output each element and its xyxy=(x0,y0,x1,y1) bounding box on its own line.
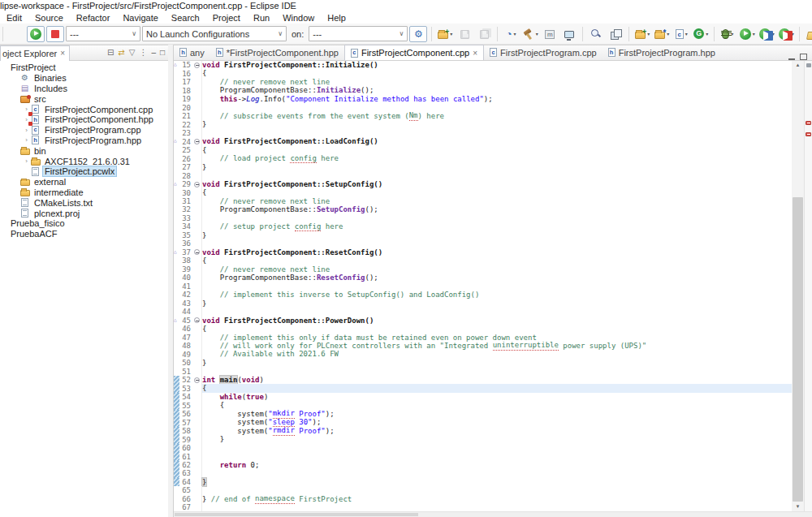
code-line-21[interactable]: 21 // subscribe events from the event sy… xyxy=(174,112,792,120)
collapse-all-icon[interactable]: ⊟ xyxy=(107,49,114,57)
code-line-34[interactable]: 34 // setup project config here xyxy=(174,222,792,230)
code-line-41[interactable]: 41 xyxy=(174,282,792,291)
run-button[interactable] xyxy=(27,26,45,42)
code-line-63[interactable]: 63 xyxy=(174,469,792,477)
tree-item-bin[interactable]: bin xyxy=(0,145,168,156)
code-line-61[interactable]: 61 xyxy=(174,452,792,460)
code-line-57[interactable]: 57 system("sleep 30"); xyxy=(174,418,792,426)
horizontal-scrollbar[interactable] xyxy=(174,511,812,517)
link-with-editor-icon[interactable]: ⇄ xyxy=(118,49,124,57)
code-line-59[interactable]: 59 } xyxy=(174,435,792,443)
overview-header-icon[interactable] xyxy=(806,63,811,67)
code-line-29[interactable]: △29void FirstProjectComponent::SetupConf… xyxy=(174,180,792,188)
vertical-scrollbar[interactable]: ▲ ▼ xyxy=(792,61,804,511)
tree-item-axcf1152-21-6-0-31[interactable]: ›AXCF1152_21.6.0.31 xyxy=(0,156,168,166)
code-line-54[interactable]: 54 while(true) xyxy=(174,393,792,401)
code-line-15[interactable]: △15void FirstProjectComponent::Initializ… xyxy=(174,61,792,69)
tree-item-pruebaacf[interactable]: PruebaACF xyxy=(0,229,168,239)
profile-button[interactable]: ▾ xyxy=(758,26,775,42)
error-marker-icon[interactable] xyxy=(806,132,811,136)
close-icon[interactable]: × xyxy=(60,49,65,58)
code-line-67[interactable]: 67 xyxy=(174,503,792,511)
editor-tab-firstprojectprogram-hpp[interactable]: hFirstProjectProgram.hpp xyxy=(603,45,721,60)
minimize-icon[interactable]: ‒ xyxy=(151,49,156,57)
search-button[interactable] xyxy=(587,26,605,42)
error-marker-icon[interactable] xyxy=(806,121,811,125)
code-line-65[interactable]: 65 xyxy=(174,486,792,494)
code-line-46[interactable]: 46{ xyxy=(174,325,792,333)
code-line-25[interactable]: 25{ xyxy=(174,146,792,154)
menu-item-run[interactable]: Run xyxy=(247,12,276,24)
fold-control[interactable] xyxy=(192,317,202,325)
code-line-40[interactable]: 40 ProgramComponentBase::ResetConfig(); xyxy=(174,274,792,282)
code-line-49[interactable]: 49 // Available with 2021.6 FW xyxy=(174,350,792,358)
code-line-43[interactable]: 43} xyxy=(174,299,792,308)
code-line-30[interactable]: 30{ xyxy=(174,188,792,196)
editor-tab-firstprojectprogram-cpp[interactable]: cFirstProjectProgram.cpp xyxy=(484,45,603,60)
build-all-button[interactable]: ◔▾ xyxy=(502,26,520,42)
view-menu-icon[interactable]: ⋮ xyxy=(139,49,147,57)
code-line-48[interactable]: 48 // will work only for PLCnext control… xyxy=(174,342,792,350)
code-line-62[interactable]: 62 return 0; xyxy=(174,461,792,469)
code-line-19[interactable]: 19 this->Log.Info("Component Initialize … xyxy=(174,95,792,103)
code-line-16[interactable]: 16{ xyxy=(174,69,792,77)
stop-button[interactable] xyxy=(46,26,64,42)
filter-icon[interactable]: ▽ xyxy=(129,49,136,57)
open-perspective-button[interactable] xyxy=(607,26,624,42)
code-line-37[interactable]: △37void FirstProjectComponent::ResetConf… xyxy=(174,248,792,256)
code-line-28[interactable]: 28 xyxy=(174,171,792,179)
code-line-52[interactable]: 52int main(void) xyxy=(174,376,792,384)
code-line-55[interactable]: 55 { xyxy=(174,401,792,409)
open-element-button[interactable] xyxy=(804,26,812,42)
overview-ruler[interactable] xyxy=(804,61,812,511)
debug-button[interactable]: ▾ xyxy=(719,26,736,42)
code-line-26[interactable]: 26 // load project config here xyxy=(174,154,792,162)
code-line-60[interactable]: 60 xyxy=(174,444,792,452)
tree-item-firstprojectprogram-cpp[interactable]: ›cFirstProjectProgram.cpp xyxy=(0,125,168,136)
menu-item-edit[interactable]: Edit xyxy=(0,12,28,24)
collapse-fold-icon[interactable] xyxy=(194,317,200,323)
new-c-folder-button[interactable]: ▾ xyxy=(653,26,671,42)
tree-item-firstprojectcomponent-cpp[interactable]: ›cFirstProjectComponent.cpp xyxy=(0,104,168,114)
console-button[interactable] xyxy=(560,26,578,42)
menu-item-search[interactable]: Search xyxy=(165,12,206,24)
tab-project-explorer[interactable]: oject Explorer × xyxy=(0,45,70,61)
menu-item-refactor[interactable]: Refactor xyxy=(70,12,117,24)
maximize-icon[interactable] xyxy=(800,54,807,60)
collapse-fold-icon[interactable] xyxy=(194,182,200,187)
code-line-23[interactable]: 23 xyxy=(174,129,792,137)
tree-item-prueba-fisico[interactable]: Prueba_fisico xyxy=(0,218,168,229)
build-button[interactable]: ▾ xyxy=(521,26,539,42)
indexer-button[interactable]: G▾ xyxy=(692,26,710,42)
hscrollbar-thumb[interactable] xyxy=(175,513,418,516)
code-line-53[interactable]: 53{ xyxy=(174,384,792,392)
code-line-32[interactable]: 32 ProgramComponentBase::SetupConfig(); xyxy=(174,205,792,213)
tree-item-intermediate[interactable]: intermediate xyxy=(0,187,168,198)
tree-item-includes[interactable]: ▤Includes xyxy=(0,84,168,94)
code-line-64[interactable]: 64} xyxy=(174,478,792,486)
maximize-icon[interactable]: □ xyxy=(160,49,165,57)
collapse-fold-icon[interactable] xyxy=(194,62,200,68)
code-line-45[interactable]: △45void FirstProjectComponent::PowerDown… xyxy=(174,317,792,325)
menu-item-source[interactable]: Source xyxy=(28,12,70,24)
scroll-down-icon[interactable]: ▼ xyxy=(792,502,804,511)
fold-control[interactable] xyxy=(192,376,202,384)
expander-icon[interactable]: › xyxy=(23,157,30,165)
code-line-56[interactable]: 56 system("mkdir Proof"); xyxy=(174,410,792,418)
expander-icon[interactable]: › xyxy=(23,136,30,144)
tree-item-firstproject-pcwlx[interactable]: FirstProject.pcwlx xyxy=(0,166,168,177)
expander-icon[interactable]: › xyxy=(23,127,30,134)
cut-toolbar-button[interactable] xyxy=(7,26,25,42)
new-wizard-button[interactable]: ▾ xyxy=(436,26,454,42)
menu-item-navigate[interactable]: Navigate xyxy=(116,12,164,24)
code-line-35[interactable]: 35} xyxy=(174,231,792,239)
scrollbar-thumb[interactable] xyxy=(793,197,803,502)
fold-control[interactable] xyxy=(192,180,202,188)
tree-item-firstprojectcomponent-hpp[interactable]: ›hFirstProjectComponent.hpp xyxy=(0,114,168,125)
menu-item-project[interactable]: Project xyxy=(206,12,247,24)
menu-item-window[interactable]: Window xyxy=(276,12,321,24)
code-editor[interactable]: △15void FirstProjectComponent::Initializ… xyxy=(174,61,792,511)
code-line-36[interactable]: 36 xyxy=(174,239,792,248)
code-line-39[interactable]: 39 // never remove next line xyxy=(174,265,792,274)
tree-item-plcnext-proj[interactable]: plcnext.proj xyxy=(0,208,168,218)
